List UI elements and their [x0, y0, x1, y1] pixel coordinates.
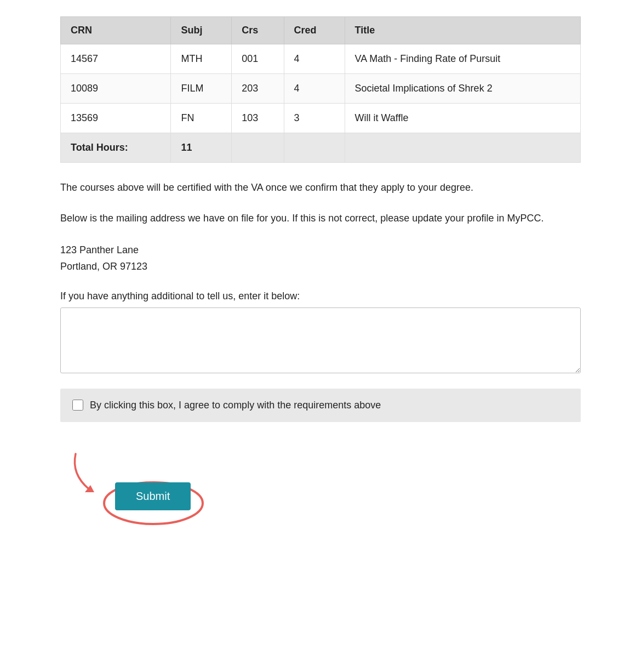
- table-row: 14567 MTH 001 4 VA Math - Finding Rate o…: [61, 44, 581, 74]
- additional-textarea[interactable]: [60, 307, 581, 373]
- col-header-cred: Cred: [284, 17, 345, 44]
- cred-cell: 4: [284, 74, 345, 104]
- col-header-crn: CRN: [61, 17, 171, 44]
- cred-cell: 4: [284, 44, 345, 74]
- courses-table: CRN Subj Crs Cred Title 14567 MTH 001 4 …: [60, 16, 581, 163]
- crn-cell: 14567: [61, 44, 171, 74]
- agree-checkbox[interactable]: [72, 400, 83, 411]
- table-row: 10089 FILM 203 4 Societal Implications o…: [61, 74, 581, 104]
- total-label: Total Hours:: [61, 133, 171, 163]
- subj-cell: FILM: [171, 74, 232, 104]
- subj-cell: MTH: [171, 44, 232, 74]
- crn-cell: 13569: [61, 104, 171, 133]
- crn-cell: 10089: [61, 74, 171, 104]
- total-row: Total Hours: 11: [61, 133, 581, 163]
- crs-cell: 001: [232, 44, 284, 74]
- cred-cell: 3: [284, 104, 345, 133]
- col-header-title: Title: [345, 17, 580, 44]
- submit-annotation-area: Submit: [60, 444, 290, 532]
- agree-label: By clicking this box, I agree to comply …: [90, 400, 381, 411]
- title-cell: VA Math - Finding Rate of Pursuit: [345, 44, 580, 74]
- submit-button-wrapper: Submit: [115, 482, 191, 510]
- table-row: 13569 FN 103 3 Will it Waffle: [61, 104, 581, 133]
- address-line-2: Portland, OR 97123: [60, 258, 581, 275]
- title-cell: Societal Implications of Shrek 2: [345, 74, 580, 104]
- subj-cell: FN: [171, 104, 232, 133]
- svg-marker-1: [85, 485, 94, 492]
- address-line-1: 123 Panther Lane: [60, 242, 581, 259]
- info-paragraph-2: Below is the mailing address we have on …: [60, 211, 581, 226]
- col-header-crs: Crs: [232, 17, 284, 44]
- page-wrapper: CRN Subj Crs Cred Title 14567 MTH 001 4 …: [0, 0, 641, 565]
- total-value: 11: [171, 133, 232, 163]
- submit-button[interactable]: Submit: [115, 482, 191, 510]
- title-cell: Will it Waffle: [345, 104, 580, 133]
- address-block: 123 Panther Lane Portland, OR 97123: [60, 242, 581, 275]
- crs-cell: 103: [232, 104, 284, 133]
- additional-info-label: If you have anything additional to tell …: [60, 291, 581, 302]
- agree-box: By clicking this box, I agree to comply …: [60, 389, 581, 422]
- col-header-subj: Subj: [171, 17, 232, 44]
- crs-cell: 203: [232, 74, 284, 104]
- info-paragraph-1: The courses above will be certified with…: [60, 180, 581, 196]
